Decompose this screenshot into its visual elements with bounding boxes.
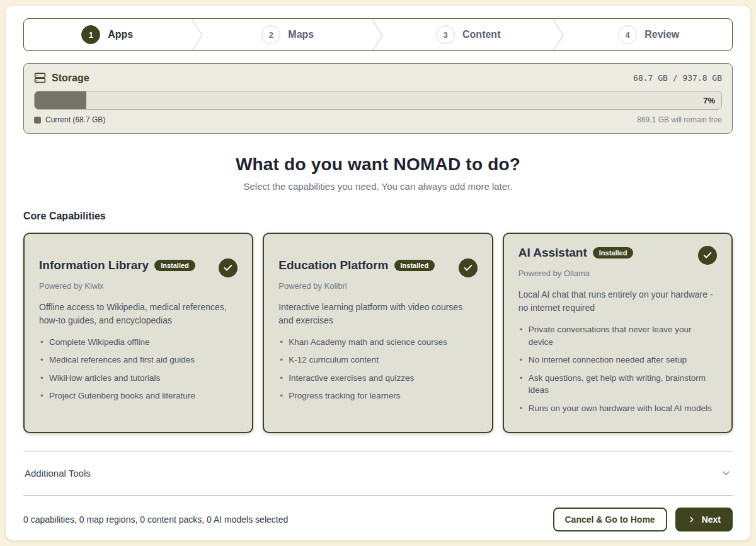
storage-usage-text: 68.7 GB / 937.8 GB (633, 73, 722, 83)
storage-card: Storage 68.7 GB / 937.8 GB 7% Current (6… (23, 63, 733, 134)
selected-check-icon (698, 246, 717, 265)
feature-item: Project Gutenberg books and literature (39, 390, 238, 402)
stepper-chevron-separator (191, 19, 205, 51)
step-review[interactable]: 4 Review (566, 19, 733, 50)
cancel-button[interactable]: Cancel & Go to Home (553, 508, 667, 531)
card-description: Offline access to Wikipedia, medical ref… (39, 301, 238, 327)
page-title: What do you want NOMAD to do? (23, 154, 733, 175)
page-subtitle: Select the capabilities you need. You ca… (23, 181, 733, 192)
feature-item: Complete Wikipedia offline (39, 336, 238, 349)
storage-progress-fill (35, 91, 86, 109)
legend-current-dot (34, 117, 41, 124)
capability-cards: Information Library Installed Powered by… (23, 233, 733, 433)
step-label: Maps (288, 29, 314, 40)
wizard-panel: 1 Apps 2 Maps 3 Content 4 Review Storage… (6, 6, 750, 540)
step-label: Content (462, 29, 500, 40)
storage-remaining-label: 869.1 GB will remain free (637, 115, 722, 124)
installed-badge: Installed (593, 247, 634, 258)
stepper-chevron-separator (552, 19, 566, 51)
additional-tools-label: Additional Tools (25, 468, 91, 479)
legend-current-label: Current (68.7 GB) (45, 115, 105, 124)
feature-item: Progress tracking for learners (278, 390, 477, 402)
card-feature-list: Private conversations that never leave y… (518, 323, 717, 414)
step-content[interactable]: 3 Content (385, 19, 552, 50)
feature-item: No internet connection needed after setu… (518, 354, 717, 366)
selection-summary: 0 capabilities, 0 map regions, 0 content… (23, 514, 288, 525)
additional-tools-toggle[interactable]: Additional Tools (23, 451, 733, 495)
step-number-badge: 1 (81, 25, 100, 44)
card-title: Education Platform (278, 258, 388, 272)
capability-card-information-library[interactable]: Information Library Installed Powered by… (23, 233, 253, 433)
selected-check-icon (219, 258, 238, 277)
powered-by-label: Powered by Ollama (518, 269, 717, 278)
feature-item: WikiHow articles and tutorials (39, 372, 238, 385)
capability-card-education-platform[interactable]: Education Platform Installed Powered by … (263, 233, 493, 433)
feature-item: K-12 curriculum content (278, 354, 477, 366)
step-number-badge: 4 (618, 25, 637, 44)
card-description: Interactive learning platform with video… (278, 301, 477, 327)
step-maps[interactable]: 2 Maps (205, 19, 372, 50)
feature-item: Interactive exercises and quizzes (278, 372, 477, 385)
installed-badge: Installed (394, 260, 435, 271)
step-number-badge: 2 (261, 25, 280, 44)
storage-percent-label: 7% (703, 96, 715, 105)
step-number-badge: 3 (436, 25, 455, 44)
storage-title: Storage (52, 73, 89, 84)
powered-by-label: Powered by Kiwix (39, 281, 238, 291)
storage-progress-bar: 7% (34, 91, 722, 110)
next-button-label: Next (702, 514, 721, 525)
feature-item: Private conversations that never leave y… (518, 323, 717, 348)
feature-item: Khan Academy math and science courses (278, 336, 477, 349)
card-title: Information Library (39, 258, 149, 272)
card-feature-list: Khan Academy math and science courses K-… (278, 336, 477, 402)
core-capabilities-heading: Core Capabilities (23, 211, 733, 222)
next-button[interactable]: Next (675, 508, 733, 531)
wizard-footer: 0 capabilities, 0 map regions, 0 content… (23, 496, 733, 531)
feature-item: Runs on your own hardware with local AI … (518, 402, 717, 415)
chevron-right-icon (687, 515, 696, 524)
storage-drive-icon (34, 72, 46, 84)
powered-by-label: Powered by Kolibri (278, 281, 477, 291)
step-apps[interactable]: 1 Apps (24, 19, 191, 50)
feature-item: Ask questions, get help with writing, br… (518, 372, 717, 397)
stepper-chevron-separator (371, 19, 385, 51)
installed-badge: Installed (154, 260, 195, 271)
wizard-stepper: 1 Apps 2 Maps 3 Content 4 Review (23, 18, 733, 51)
step-label: Apps (108, 29, 133, 40)
card-feature-list: Complete Wikipedia offline Medical refer… (39, 336, 238, 402)
card-description: Local AI chat that runs entirely on your… (518, 288, 717, 315)
chevron-down-icon (721, 468, 731, 479)
card-title: AI Assistant (518, 246, 587, 260)
feature-item: Medical references and first aid guides (39, 354, 238, 366)
selected-check-icon (459, 258, 478, 277)
step-label: Review (644, 29, 679, 40)
capability-card-ai-assistant[interactable]: AI Assistant Installed Powered by Ollama… (503, 233, 733, 433)
